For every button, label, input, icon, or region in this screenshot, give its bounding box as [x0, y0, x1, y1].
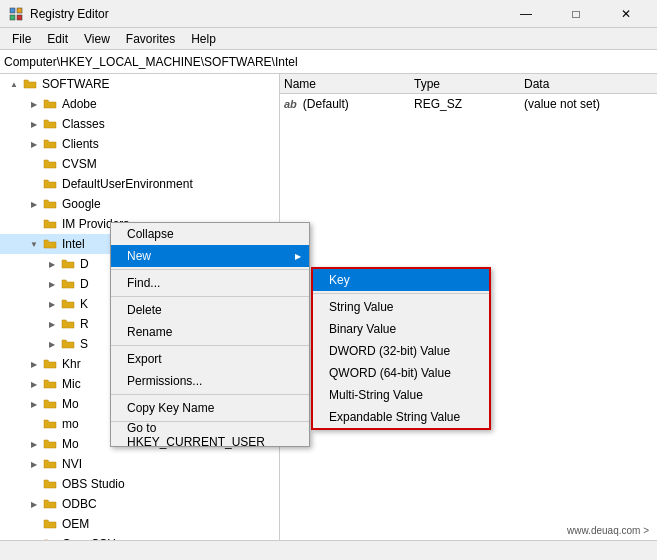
menu-view[interactable]: View: [76, 28, 118, 49]
folder-icon: [60, 256, 76, 272]
folder-icon: [42, 216, 58, 232]
tree-item-label: Mo: [62, 437, 79, 451]
cell-name: ab (Default): [284, 97, 414, 111]
folder-icon: [42, 96, 58, 112]
col-header-data: Data: [524, 77, 653, 91]
menu-edit[interactable]: Edit: [39, 28, 76, 49]
window-controls: — □ ✕: [503, 4, 649, 24]
folder-icon: [42, 416, 58, 432]
expand-icon: ▶: [28, 118, 40, 130]
expand-icon: [28, 518, 40, 530]
ctx-delete[interactable]: Delete: [111, 299, 309, 321]
svg-rect-3: [17, 15, 22, 20]
tree-item-clients[interactable]: ▶ Clients: [0, 134, 279, 154]
folder-icon: [42, 456, 58, 472]
menu-help[interactable]: Help: [183, 28, 224, 49]
submenu-expandable-string-value[interactable]: Expandable String Value: [313, 406, 489, 428]
details-row-default[interactable]: ab (Default) REG_SZ (value not set): [280, 94, 657, 114]
tree-item-openssh[interactable]: OpenSSH: [0, 534, 279, 540]
ctx-export[interactable]: Export: [111, 348, 309, 370]
folder-icon: [42, 396, 58, 412]
tree-item-classes[interactable]: ▶ Classes: [0, 114, 279, 134]
menu-favorites[interactable]: Favorites: [118, 28, 183, 49]
submenu-multi-string-value[interactable]: Multi-String Value: [313, 384, 489, 406]
expand-icon: ▶: [28, 458, 40, 470]
submenu-key[interactable]: Key: [313, 269, 489, 291]
svg-rect-2: [10, 15, 15, 20]
tree-item-label: R: [80, 317, 89, 331]
expand-icon: ▶: [28, 398, 40, 410]
submenu-separator-1: [313, 293, 489, 294]
expand-icon: ▶: [46, 258, 58, 270]
expand-icon: ▶: [28, 498, 40, 510]
folder-icon: [42, 476, 58, 492]
submenu-binary-value[interactable]: Binary Value: [313, 318, 489, 340]
menu-bar: File Edit View Favorites Help: [0, 28, 657, 50]
tree-item-defaultuserenv[interactable]: DefaultUserEnvironment: [0, 174, 279, 194]
cell-data: (value not set): [524, 97, 653, 111]
expand-icon: ▶: [46, 278, 58, 290]
tree-item-label: Mic: [62, 377, 81, 391]
cell-type: REG_SZ: [414, 97, 524, 111]
tree-item-label: OBS Studio: [62, 477, 125, 491]
tree-item-label: ODBC: [62, 497, 97, 511]
ctx-collapse[interactable]: Collapse: [111, 223, 309, 245]
ctx-permissions[interactable]: Permissions...: [111, 370, 309, 392]
submenu-dword-value[interactable]: DWORD (32-bit) Value: [313, 340, 489, 362]
col-header-name: Name: [284, 77, 414, 91]
folder-icon: [42, 156, 58, 172]
expand-icon: [28, 158, 40, 170]
ctx-rename[interactable]: Rename: [111, 321, 309, 343]
folder-icon: [42, 356, 58, 372]
tree-item-label: OpenSSH: [62, 537, 116, 540]
ctx-separator-4: [111, 394, 309, 395]
tree-item-label: D: [80, 277, 89, 291]
submenu-string-value[interactable]: String Value: [313, 296, 489, 318]
tree-item-nvi[interactable]: ▶ NVI: [0, 454, 279, 474]
tree-item-cvsm[interactable]: CVSM: [0, 154, 279, 174]
tree-item-label: OEM: [62, 517, 89, 531]
reg-value-icon: ab: [284, 98, 297, 110]
ctx-goto-hkey[interactable]: Go to HKEY_CURRENT_USER: [111, 424, 309, 446]
main-area: ▲ SOFTWARE ▶ Adobe ▶ Classes: [0, 74, 657, 540]
tree-item-obs[interactable]: OBS Studio: [0, 474, 279, 494]
tree-item-label: Google: [62, 197, 101, 211]
tree-item-google[interactable]: ▶ Google: [0, 194, 279, 214]
svg-rect-0: [10, 8, 15, 13]
tree-item-oem[interactable]: OEM: [0, 514, 279, 534]
status-bar: [0, 540, 657, 560]
expand-icon: ▶: [28, 138, 40, 150]
submenu-qword-value[interactable]: QWORD (64-bit) Value: [313, 362, 489, 384]
tree-item-software[interactable]: ▲ SOFTWARE: [0, 74, 279, 94]
tree-item-odbc[interactable]: ▶ ODBC: [0, 494, 279, 514]
expand-icon: ▶: [28, 198, 40, 210]
expand-icon: ▶: [28, 438, 40, 450]
folder-icon: [42, 136, 58, 152]
expand-icon: ▶: [46, 338, 58, 350]
address-bar: Computer\HKEY_LOCAL_MACHINE\SOFTWARE\Int…: [0, 50, 657, 74]
folder-icon: [42, 496, 58, 512]
context-menu: Collapse New Key String Value Binary Val…: [110, 222, 310, 447]
expand-icon: [28, 178, 40, 190]
app-icon: [8, 6, 24, 22]
expand-icon: [28, 478, 40, 490]
expand-icon: [28, 538, 40, 540]
minimize-button[interactable]: —: [503, 4, 549, 24]
maximize-button[interactable]: □: [553, 4, 599, 24]
expand-icon: ▲: [8, 78, 20, 90]
ctx-new[interactable]: New Key String Value Binary Value DWORD …: [111, 245, 309, 267]
close-button[interactable]: ✕: [603, 4, 649, 24]
ctx-find[interactable]: Find...: [111, 272, 309, 294]
tree-item-label: S: [80, 337, 88, 351]
ctx-separator-1: [111, 269, 309, 270]
folder-icon: [60, 296, 76, 312]
tree-item-label: Mo: [62, 397, 79, 411]
tree-item-adobe[interactable]: ▶ Adobe: [0, 94, 279, 114]
tree-item-label: Clients: [62, 137, 99, 151]
menu-file[interactable]: File: [4, 28, 39, 49]
folder-icon: [22, 76, 38, 92]
tree-item-label: CVSM: [62, 157, 97, 171]
ctx-copy-key-name[interactable]: Copy Key Name: [111, 397, 309, 419]
tree-item-label: SOFTWARE: [42, 77, 110, 91]
expand-icon: ▼: [28, 238, 40, 250]
